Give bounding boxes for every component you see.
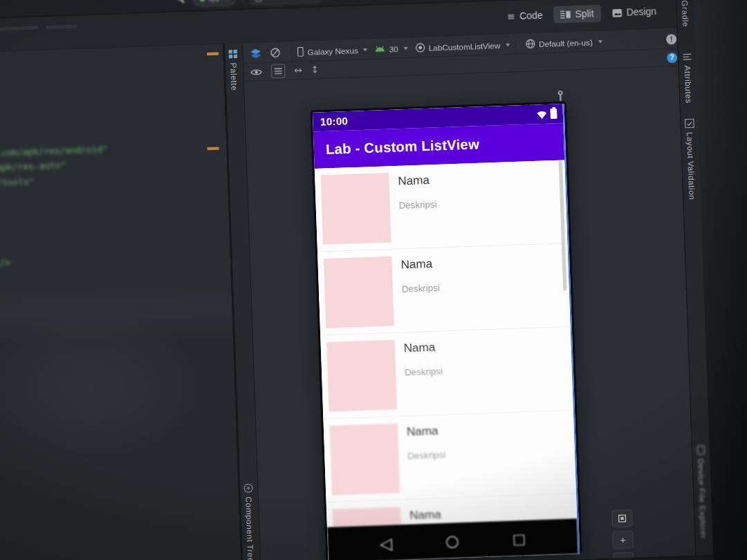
run-config-status-dot [200,0,205,1]
horizontal-resize-icon[interactable]: ↔ [294,66,302,75]
code-line: droid.com/apk/res/android" [0,144,108,159]
code-line: .com/apk/res-auto" [0,160,66,174]
image-placeholder [326,340,397,412]
issues-info-icon[interactable]: ! [666,34,676,44]
list-item[interactable]: Nama Deskripsi [320,327,573,419]
item-name: Nama [398,174,430,188]
tab-component-tree-label: Component Tree [244,496,255,560]
code-icon: ≡ [507,12,515,21]
tab-component-tree[interactable]: Component Tree [243,483,256,560]
toolbar-divider [243,0,244,4]
list-item[interactable]: Nama Deskripsi [315,160,568,252]
phone-icon [255,0,262,2]
help-icon[interactable]: ? [667,52,677,62]
chevron-down-icon [363,48,368,51]
scrollbar-warning-marker[interactable] [207,147,219,150]
app-title: Lab - Custom ListView [326,136,480,158]
item-name: Nama [403,341,435,355]
device-preview: 10:00 Lab - Custom ListView Nama Deskrip… [311,102,582,560]
device-menu-label: Galaxy Nexus [307,46,358,56]
item-description: Deskripsi [407,450,445,462]
image-placeholder [324,256,394,328]
design-icon [611,8,622,17]
chevron-down-icon [506,43,510,46]
view-options-eye-icon[interactable] [250,66,263,79]
zoom-to-fit-button[interactable] [611,510,633,528]
theme-menu[interactable]: LabCustomListView [415,39,510,53]
item-description: Deskripsi [401,283,439,295]
item-name: Nama [407,424,439,439]
zoom-in-button[interactable]: + [612,531,634,550]
breadcrumb-dash [0,26,39,31]
theme-menu-label: LabCustomListView [428,41,500,52]
tab-attributes-label: Attributes [683,65,694,103]
tab-device-file-explorer-label: Device File Explorer [697,458,708,539]
tab-split[interactable]: Split [553,5,601,24]
image-placeholder [329,423,400,495]
api-level-menu[interactable]: 30 [375,44,408,53]
tab-split-label: Split [575,8,594,19]
scrollbar-warning-marker[interactable] [207,52,219,55]
tab-attributes[interactable]: Attributes [682,52,693,104]
tab-palette-label: Palette [229,62,239,91]
ide-screenshot: app Pixel 3 API 28 ▶ [0,0,747,560]
code-line: ent" /> [0,257,10,269]
attributes-icon [682,52,692,62]
tab-gradle[interactable]: Gradle [681,0,690,27]
tab-gradle-label: Gradle [681,0,690,27]
breadcrumb-dash [46,24,77,29]
zoom-controls: + − [611,510,634,560]
item-name: Nama [400,257,432,272]
back-icon: ◁ [379,534,392,552]
build-hammer-icon[interactable] [174,0,187,6]
toolbar-divider [517,37,519,50]
run-button[interactable]: ▶ [326,0,340,1]
tab-layout-validation-label: Layout Validation [685,132,697,200]
wifi-icon [536,109,548,119]
device-select[interactable]: Pixel 3 API 28 [250,0,320,5]
device-file-explorer-icon [696,445,706,455]
run-config-select[interactable]: app [193,0,237,7]
globe-icon [526,39,535,48]
run-config-label: app [208,0,219,3]
item-description: Deskripsi [405,366,443,378]
select-all-icon[interactable] [271,64,286,78]
battery-icon [550,109,557,119]
layout-validation-icon [685,118,694,128]
device-screen: 10:00 Lab - Custom ListView Nama Deskrip… [313,104,580,560]
orientation-icon[interactable] [269,46,282,59]
palette-icon [228,49,238,59]
recents-icon: □ [513,530,526,547]
list-item[interactable]: Nama Deskripsi [317,243,571,335]
tab-design[interactable]: Design [605,3,663,22]
zoom-fit-icon [618,514,627,523]
tab-palette[interactable]: Palette [228,49,239,91]
component-tree-icon [243,483,253,493]
design-surface-icon[interactable] [249,47,262,60]
screen-tilt-wrapper: app Pixel 3 API 28 ▶ [0,0,747,560]
xml-editor-panel[interactable]: droid.com/apk/res/android" .com/apk/res-… [0,44,241,560]
device-menu[interactable]: Galaxy Nexus [297,45,368,57]
locale-menu[interactable]: Default (en-us) [526,37,602,49]
tab-code-label: Code [519,10,543,21]
api-level-label: 30 [389,44,398,53]
listview: Nama Deskripsi Nama Deskripsi Nama Deskr… [315,160,578,527]
tab-layout-validation[interactable]: Layout Validation [685,118,697,200]
vertical-resize-icon[interactable]: ↕ [311,65,319,75]
locale-menu-label: Default (en-us) [539,37,593,48]
code-line: d.com/tools" [0,176,35,189]
split-icon [560,10,571,19]
device-select-label: Pixel 3 API 28 [265,0,306,1]
mode-tabs: ≡ Code Split Design [500,3,663,26]
wrench-icon[interactable] [555,90,565,102]
list-item[interactable]: Nama Deskripsi [323,411,576,503]
theme-icon [415,43,425,53]
image-placeholder [333,507,403,527]
tab-design-label: Design [626,6,656,18]
tab-code[interactable]: ≡ Code [500,6,549,25]
image-placeholder [321,173,391,245]
chevron-down-icon [598,40,602,44]
tab-device-file-explorer[interactable]: Device File Explorer [696,445,709,539]
chevron-down-icon [403,46,408,50]
status-time: 10:00 [320,115,348,128]
